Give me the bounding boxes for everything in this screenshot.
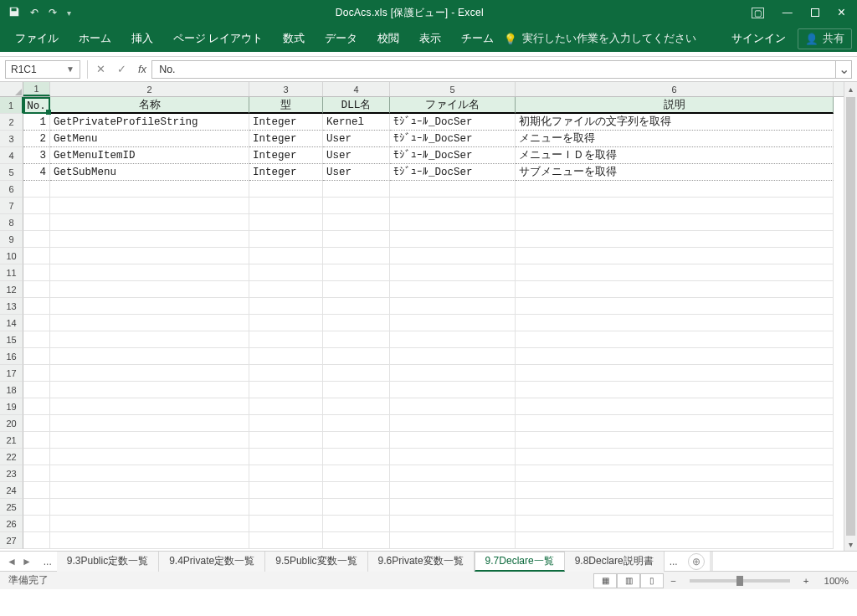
row-header[interactable]: 5 <box>0 164 23 181</box>
cell[interactable] <box>516 181 834 198</box>
cell[interactable] <box>249 348 323 365</box>
cell[interactable] <box>323 516 390 532</box>
cell[interactable] <box>50 365 249 382</box>
cell[interactable] <box>249 198 323 214</box>
share-button[interactable]: 👤 共有 <box>798 28 852 49</box>
scroll-down-icon[interactable]: ▾ <box>844 537 857 551</box>
header-cell[interactable]: DLL名 <box>323 97 390 114</box>
cell[interactable]: 初期化ファイルの文字列を取得 <box>516 114 834 131</box>
row-header[interactable]: 11 <box>0 264 23 281</box>
cell[interactable]: Integer <box>249 131 323 147</box>
select-all-corner[interactable] <box>0 82 23 96</box>
cell[interactable] <box>390 198 516 214</box>
cell[interactable] <box>390 298 516 315</box>
cell[interactable] <box>390 432 516 449</box>
cell[interactable] <box>23 432 50 449</box>
cell[interactable] <box>249 382 323 398</box>
cell[interactable] <box>390 465 516 482</box>
row-header[interactable]: 3 <box>0 131 23 147</box>
cell[interactable] <box>50 465 249 482</box>
undo-icon[interactable]: ↶ <box>30 7 38 18</box>
tab-view[interactable]: 表示 <box>409 32 451 46</box>
zoom-in-button[interactable]: + <box>797 576 816 586</box>
cell[interactable] <box>50 298 249 315</box>
cell[interactable] <box>249 264 323 281</box>
cell[interactable]: ﾓｼﾞｭｰﾙ_DocSer <box>390 164 516 181</box>
cell[interactable] <box>516 482 834 499</box>
cell[interactable] <box>23 198 50 214</box>
cell[interactable] <box>323 365 390 382</box>
name-box[interactable]: R1C1 ▼ <box>5 60 80 79</box>
cell[interactable] <box>323 532 390 549</box>
cell[interactable]: ﾓｼﾞｭｰﾙ_DocSer <box>390 147 516 164</box>
sheet-tab[interactable]: 9.6Private変数一覧 <box>368 552 475 572</box>
cell[interactable] <box>249 398 323 415</box>
cell[interactable] <box>23 331 50 348</box>
row-header[interactable]: 19 <box>0 398 23 415</box>
row-header[interactable]: 4 <box>0 147 23 164</box>
cell[interactable] <box>323 331 390 348</box>
column-header[interactable]: 4 <box>323 82 390 96</box>
cell[interactable] <box>249 331 323 348</box>
cell[interactable] <box>50 181 249 198</box>
cell[interactable] <box>50 331 249 348</box>
cell[interactable] <box>50 382 249 398</box>
cell[interactable] <box>323 231 390 248</box>
minimize-icon[interactable]: — <box>783 7 793 18</box>
row-header[interactable]: 6 <box>0 181 23 198</box>
cell[interactable] <box>516 365 834 382</box>
cell[interactable] <box>23 365 50 382</box>
cell[interactable] <box>50 264 249 281</box>
row-header[interactable]: 2 <box>0 114 23 131</box>
cell[interactable] <box>23 482 50 499</box>
cell[interactable]: 3 <box>23 147 50 164</box>
row-header[interactable]: 17 <box>0 365 23 382</box>
cell[interactable] <box>390 449 516 465</box>
cell[interactable] <box>249 516 323 532</box>
cell[interactable] <box>516 231 834 248</box>
cell[interactable] <box>23 465 50 482</box>
cell[interactable]: ﾓｼﾞｭｰﾙ_DocSer <box>390 131 516 147</box>
column-header[interactable]: 1 <box>23 82 50 96</box>
cell[interactable] <box>249 181 323 198</box>
row-header[interactable]: 25 <box>0 499 23 516</box>
sheet-nav-next-icon[interactable]: ► <box>22 556 32 567</box>
cell[interactable] <box>323 298 390 315</box>
cell[interactable] <box>249 532 323 549</box>
cell[interactable] <box>323 264 390 281</box>
cell[interactable] <box>516 315 834 331</box>
cell[interactable] <box>516 532 834 549</box>
hidden-sheets-indicator[interactable]: ... <box>38 556 57 567</box>
tell-me[interactable]: 💡 実行したい作業を入力してください <box>504 32 696 46</box>
tab-review[interactable]: 校閲 <box>367 32 409 46</box>
cell[interactable] <box>23 248 50 264</box>
row-header[interactable]: 20 <box>0 415 23 432</box>
cell[interactable] <box>23 264 50 281</box>
cell[interactable] <box>50 198 249 214</box>
scroll-up-icon[interactable]: ▴ <box>844 82 857 95</box>
row-header[interactable]: 10 <box>0 248 23 264</box>
formula-input[interactable]: No. <box>151 60 835 79</box>
cell[interactable]: User <box>323 147 390 164</box>
sheet-tab[interactable]: 9.3Public定数一覧 <box>57 552 159 572</box>
zoom-slider-knob[interactable] <box>736 576 743 586</box>
cell[interactable] <box>249 248 323 264</box>
cell[interactable] <box>50 516 249 532</box>
cancel-formula-icon[interactable]: ✕ <box>96 63 105 75</box>
cell[interactable] <box>323 281 390 298</box>
tab-insert[interactable]: 挿入 <box>121 32 163 46</box>
row-header[interactable]: 21 <box>0 432 23 449</box>
cell[interactable] <box>249 415 323 432</box>
sheet-tab[interactable]: 9.7Declare一覧 <box>475 552 565 572</box>
sheet-nav-prev-icon[interactable]: ◄ <box>7 556 17 567</box>
cell[interactable] <box>516 398 834 415</box>
signin-button[interactable]: サインイン <box>720 32 798 46</box>
enter-formula-icon[interactable]: ✓ <box>117 63 126 75</box>
cell[interactable]: GetPrivateProfileString <box>50 114 249 131</box>
cell[interactable]: サブメニューを取得 <box>516 164 834 181</box>
cell[interactable] <box>50 214 249 231</box>
cell[interactable] <box>50 281 249 298</box>
view-page-break-icon[interactable]: ▯ <box>640 573 664 588</box>
cell[interactable] <box>323 415 390 432</box>
qat-customize-icon[interactable]: ▾ <box>67 8 71 18</box>
